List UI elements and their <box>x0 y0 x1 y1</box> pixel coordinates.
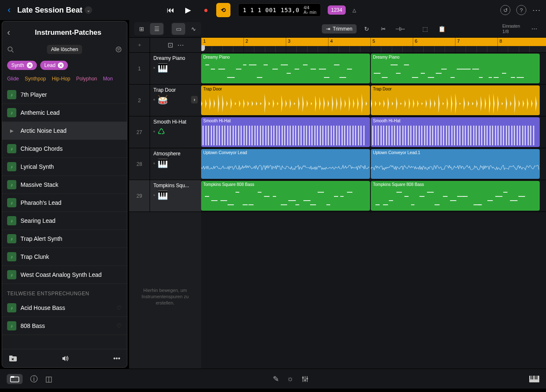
grid-view-button[interactable]: ⊞ <box>135 23 148 35</box>
patch-item[interactable]: ♪Trap Alert Synth <box>2 230 127 248</box>
region[interactable]: Trap Door <box>201 85 370 115</box>
undo-button[interactable]: ↺ <box>500 5 510 15</box>
loop-tool-button[interactable]: ↻ <box>360 23 373 35</box>
region-view-button[interactable]: ▭ <box>172 23 185 35</box>
smart-controls-button[interactable]: ☼ <box>287 374 294 383</box>
region[interactable]: Tompkins Square 808 Bass <box>371 181 540 211</box>
patch-item[interactable]: ♪Pharaoh's Lead <box>2 194 127 212</box>
region[interactable]: Dreamy Piano <box>371 54 540 83</box>
patch-item[interactable]: ♪Searing Lead <box>2 212 127 230</box>
patch-icon: ♪ <box>7 216 16 225</box>
scissors-tool-button[interactable]: ✂ <box>377 23 390 35</box>
patch-item[interactable]: ♪Acid House Bass♡ <box>2 299 127 317</box>
edit-button[interactable]: ✎ <box>273 374 279 384</box>
track-name: Atmosphere <box>153 151 198 157</box>
patch-item[interactable]: ♪Lyrical Synth <box>2 158 127 176</box>
mixer-button[interactable] <box>301 375 309 383</box>
chip-remove-icon[interactable]: ✕ <box>58 62 64 68</box>
transport-display[interactable]: 1 1 1 001 153,0 4/4 A♭ min <box>238 3 321 17</box>
folder-icon[interactable] <box>9 355 17 362</box>
region-name: Smooth Hi-Hat <box>373 119 401 123</box>
panels-button[interactable]: ◫ <box>45 374 52 384</box>
track-options-button[interactable]: ⋯ <box>177 41 184 49</box>
more-button[interactable]: ⋯ <box>532 5 541 15</box>
patch-item[interactable]: ♪Anthemic Lead <box>2 104 127 122</box>
back-button[interactable]: ‹ <box>5 5 13 15</box>
automation-view-button[interactable]: ∿ <box>187 23 200 35</box>
patch-icon: ♪ <box>7 198 16 207</box>
patch-item[interactable]: ♪7th Player <box>2 86 127 104</box>
tag[interactable]: Synthpop <box>25 76 46 82</box>
timeline-more-button[interactable]: ⋯ <box>528 23 541 35</box>
chip-remove-icon[interactable]: ✕ <box>27 62 33 68</box>
track-header[interactable]: 1 Dreamy Piano 🎹 <box>129 53 201 85</box>
track-header[interactable]: 27 Smooth Hi-Hat ♺ <box>129 116 201 148</box>
library-button[interactable] <box>7 374 23 384</box>
favorite-icon[interactable]: ♡ <box>116 304 122 311</box>
patch-name: Trap Clunk <box>21 253 49 260</box>
play-button[interactable]: ▶ <box>181 3 195 17</box>
svg-point-13 <box>304 379 306 381</box>
project-title[interactable]: Late Session Beat ⌄ <box>17 6 92 15</box>
patch-item[interactable]: ▶Arctic Noise Lead <box>2 122 127 140</box>
track-header[interactable]: 28 Atmosphere 🎹 <box>129 148 201 180</box>
region-lane[interactable]: Trap DoorTrap Door <box>201 85 546 116</box>
search-icon[interactable] <box>7 46 14 53</box>
filter-chip[interactable]: Synth✕ <box>7 61 37 70</box>
keyboard-button[interactable] <box>529 376 539 382</box>
clipboard-button[interactable]: 📋 <box>435 23 449 35</box>
region-lane[interactable]: Tompkins Square 808 BassTompkins Square … <box>201 180 546 212</box>
patch-item[interactable]: ♪West Coast Analog Synth Lead <box>2 266 127 284</box>
patch-name: Acid House Bass <box>21 304 65 311</box>
library-back-button[interactable]: ‹ <box>7 27 10 38</box>
track-stack-button[interactable]: ⊡ <box>168 41 173 49</box>
track-header[interactable]: 2 Trap Door 🥁› <box>129 85 201 116</box>
filter-icon[interactable] <box>115 46 122 53</box>
patch-item[interactable]: ♪Massive Stack <box>2 176 127 194</box>
preview-audio-icon[interactable] <box>62 355 69 362</box>
snap-setting[interactable]: Einrasten 1/8 <box>502 24 520 34</box>
region-lane[interactable]: Uptown Conveyor LeadUptown Conveyor Lead… <box>201 148 546 180</box>
instrument-icon: 🎹 <box>158 190 168 200</box>
tag[interactable]: Hip-Hop <box>52 76 70 82</box>
expand-icon[interactable]: › <box>191 96 198 103</box>
list-view-button[interactable]: ☰ <box>150 23 163 35</box>
split-tool-button[interactable]: ⊣⊢ <box>393 23 407 35</box>
clear-all-button[interactable]: Alle löschen <box>47 45 83 54</box>
region[interactable]: Trap Door <box>371 85 540 115</box>
info-button[interactable]: ⓘ <box>30 374 38 384</box>
options-icon[interactable]: ••• <box>113 355 120 362</box>
region[interactable]: Dreamy Piano <box>201 54 370 83</box>
record-button[interactable]: ● <box>199 3 213 17</box>
rewind-button[interactable]: ⏮ <box>163 3 178 17</box>
patch-name: Searing Lead <box>21 217 55 224</box>
project-dropdown-icon[interactable]: ⌄ <box>85 6 92 14</box>
filter-chip[interactable]: Lead✕ <box>40 61 68 70</box>
trim-tool-button[interactable]: ⇥ Trimmen <box>322 24 357 34</box>
tag[interactable]: Polyphon <box>76 76 97 82</box>
region-lane[interactable]: Dreamy PianoDreamy Piano <box>201 53 546 85</box>
metronome-button[interactable]: ▵ <box>352 5 356 15</box>
patch-icon: ♪ <box>7 180 16 189</box>
bar-marker: 6 <box>413 38 419 52</box>
region[interactable]: Uptown Conveyor Lead.1 <box>371 149 540 179</box>
tag[interactable]: Mon <box>103 76 113 82</box>
library-sidebar: ‹ Instrument-Patches Alle löschen Synth✕… <box>2 21 127 368</box>
tag[interactable]: Glide <box>7 76 19 82</box>
track-header[interactable]: 29 Tompkins Squ... 🎹 <box>129 180 201 212</box>
region[interactable]: Smooth Hi-Hat <box>371 117 540 147</box>
region[interactable]: Smooth Hi-Hat <box>201 117 370 147</box>
patch-item[interactable]: ♪Trap Clunk <box>2 248 127 266</box>
help-button[interactable]: ? <box>516 5 526 15</box>
region[interactable]: Tompkins Square 808 Bass <box>201 181 370 211</box>
timeline-ruler[interactable]: 12345678 <box>201 38 546 53</box>
favorite-icon[interactable]: ♡ <box>116 322 122 329</box>
marquee-tool-button[interactable]: ⬚ <box>419 23 432 35</box>
region[interactable]: Uptown Conveyor Lead <box>201 149 370 179</box>
add-track-button[interactable]: ＋ <box>137 41 142 49</box>
patch-item[interactable]: ♪808 Bass♡ <box>2 317 127 335</box>
region-lane[interactable]: Smooth Hi-HatSmooth Hi-Hat <box>201 116 546 148</box>
cycle-button[interactable]: ⟲ <box>216 3 230 17</box>
patch-item[interactable]: ♪Chicago Chords <box>2 140 127 158</box>
count-in-button[interactable]: 1234 <box>328 5 346 15</box>
